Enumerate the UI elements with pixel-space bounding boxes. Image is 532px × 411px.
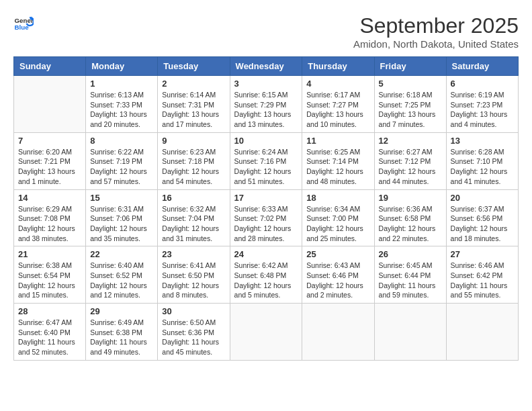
calendar-cell <box>446 304 518 361</box>
calendar-week-row: 1Sunrise: 6:13 AM Sunset: 7:33 PM Daylig… <box>14 76 519 133</box>
day-info: Sunrise: 6:49 AM Sunset: 6:38 PM Dayligh… <box>90 318 153 357</box>
day-number: 13 <box>451 136 514 146</box>
calendar-cell: 18Sunrise: 6:34 AM Sunset: 7:00 PM Dayli… <box>302 189 374 246</box>
day-info: Sunrise: 6:22 AM Sunset: 7:19 PM Dayligh… <box>90 147 153 187</box>
calendar-cell: 12Sunrise: 6:27 AM Sunset: 7:12 PM Dayli… <box>374 132 446 189</box>
day-number: 20 <box>451 193 514 203</box>
day-info: Sunrise: 6:20 AM Sunset: 7:21 PM Dayligh… <box>18 147 81 187</box>
calendar-cell: 11Sunrise: 6:25 AM Sunset: 7:14 PM Dayli… <box>302 132 374 189</box>
calendar-cell: 15Sunrise: 6:31 AM Sunset: 7:06 PM Dayli… <box>86 189 158 246</box>
day-info: Sunrise: 6:45 AM Sunset: 6:44 PM Dayligh… <box>379 261 442 300</box>
calendar-cell: 9Sunrise: 6:23 AM Sunset: 7:18 PM Daylig… <box>158 132 230 189</box>
day-number: 18 <box>306 193 369 203</box>
weekday-header-thursday: Thursday <box>302 57 374 76</box>
calendar-week-row: 21Sunrise: 6:38 AM Sunset: 6:54 PM Dayli… <box>14 246 519 304</box>
calendar-cell: 29Sunrise: 6:49 AM Sunset: 6:38 PM Dayli… <box>86 304 158 361</box>
day-number: 26 <box>379 249 442 259</box>
day-info: Sunrise: 6:43 AM Sunset: 6:46 PM Dayligh… <box>306 261 369 300</box>
calendar-cell: 1Sunrise: 6:13 AM Sunset: 7:33 PM Daylig… <box>86 76 158 133</box>
day-info: Sunrise: 6:32 AM Sunset: 7:04 PM Dayligh… <box>162 204 225 244</box>
day-number: 27 <box>451 249 514 259</box>
day-info: Sunrise: 6:41 AM Sunset: 6:50 PM Dayligh… <box>162 261 225 300</box>
calendar-cell: 17Sunrise: 6:33 AM Sunset: 7:02 PM Dayli… <box>230 189 302 246</box>
day-number: 2 <box>162 79 225 89</box>
month-title: September 2025 <box>353 13 519 38</box>
day-info: Sunrise: 6:15 AM Sunset: 7:29 PM Dayligh… <box>234 90 298 130</box>
page-header: General Blue September 2025 Amidon, Nort… <box>13 13 519 50</box>
day-info: Sunrise: 6:42 AM Sunset: 6:48 PM Dayligh… <box>234 261 298 300</box>
calendar-cell: 25Sunrise: 6:43 AM Sunset: 6:46 PM Dayli… <box>302 246 374 304</box>
logo: General Blue <box>13 13 34 34</box>
day-info: Sunrise: 6:38 AM Sunset: 6:54 PM Dayligh… <box>18 261 81 300</box>
day-info: Sunrise: 6:14 AM Sunset: 7:31 PM Dayligh… <box>162 90 225 130</box>
calendar-cell: 22Sunrise: 6:40 AM Sunset: 6:52 PM Dayli… <box>86 246 158 304</box>
day-info: Sunrise: 6:18 AM Sunset: 7:25 PM Dayligh… <box>379 90 442 130</box>
calendar-cell: 23Sunrise: 6:41 AM Sunset: 6:50 PM Dayli… <box>158 246 230 304</box>
day-info: Sunrise: 6:47 AM Sunset: 6:40 PM Dayligh… <box>18 318 81 357</box>
title-area: September 2025 Amidon, North Dakota, Uni… <box>353 13 519 50</box>
day-number: 22 <box>90 249 153 259</box>
calendar-cell: 7Sunrise: 6:20 AM Sunset: 7:21 PM Daylig… <box>14 132 86 189</box>
calendar-cell: 19Sunrise: 6:36 AM Sunset: 6:58 PM Dayli… <box>374 189 446 246</box>
calendar-cell: 5Sunrise: 6:18 AM Sunset: 7:25 PM Daylig… <box>374 76 446 133</box>
day-number: 5 <box>379 79 442 89</box>
calendar-table: SundayMondayTuesdayWednesdayThursdayFrid… <box>13 56 519 361</box>
day-number: 30 <box>162 306 225 316</box>
calendar-cell: 8Sunrise: 6:22 AM Sunset: 7:19 PM Daylig… <box>86 132 158 189</box>
calendar-cell: 20Sunrise: 6:37 AM Sunset: 6:56 PM Dayli… <box>446 189 518 246</box>
calendar-cell: 21Sunrise: 6:38 AM Sunset: 6:54 PM Dayli… <box>14 246 86 304</box>
weekday-header-saturday: Saturday <box>446 57 518 76</box>
day-info: Sunrise: 6:36 AM Sunset: 6:58 PM Dayligh… <box>379 204 442 244</box>
day-number: 7 <box>18 136 81 146</box>
day-info: Sunrise: 6:25 AM Sunset: 7:14 PM Dayligh… <box>306 147 369 187</box>
day-number: 9 <box>162 136 225 146</box>
day-info: Sunrise: 6:31 AM Sunset: 7:06 PM Dayligh… <box>90 204 153 244</box>
location-title: Amidon, North Dakota, United States <box>353 38 519 50</box>
day-number: 15 <box>90 193 153 203</box>
day-number: 23 <box>162 249 225 259</box>
calendar-cell: 3Sunrise: 6:15 AM Sunset: 7:29 PM Daylig… <box>230 76 302 133</box>
calendar-cell: 24Sunrise: 6:42 AM Sunset: 6:48 PM Dayli… <box>230 246 302 304</box>
day-info: Sunrise: 6:46 AM Sunset: 6:42 PM Dayligh… <box>451 261 514 300</box>
calendar-cell: 4Sunrise: 6:17 AM Sunset: 7:27 PM Daylig… <box>302 76 374 133</box>
calendar-body: 1Sunrise: 6:13 AM Sunset: 7:33 PM Daylig… <box>14 76 519 361</box>
day-info: Sunrise: 6:33 AM Sunset: 7:02 PM Dayligh… <box>234 204 298 244</box>
weekday-header-friday: Friday <box>374 57 446 76</box>
day-number: 11 <box>306 136 369 146</box>
calendar-week-row: 14Sunrise: 6:29 AM Sunset: 7:08 PM Dayli… <box>14 189 519 246</box>
day-number: 29 <box>90 306 153 316</box>
day-number: 12 <box>379 136 442 146</box>
calendar-cell: 10Sunrise: 6:24 AM Sunset: 7:16 PM Dayli… <box>230 132 302 189</box>
day-info: Sunrise: 6:27 AM Sunset: 7:12 PM Dayligh… <box>379 147 442 187</box>
weekday-header-tuesday: Tuesday <box>158 57 230 76</box>
calendar-cell <box>374 304 446 361</box>
day-info: Sunrise: 6:37 AM Sunset: 6:56 PM Dayligh… <box>451 204 514 244</box>
day-info: Sunrise: 6:13 AM Sunset: 7:33 PM Dayligh… <box>90 90 153 130</box>
calendar-week-row: 28Sunrise: 6:47 AM Sunset: 6:40 PM Dayli… <box>14 304 519 361</box>
calendar-cell: 16Sunrise: 6:32 AM Sunset: 7:04 PM Dayli… <box>158 189 230 246</box>
day-info: Sunrise: 6:40 AM Sunset: 6:52 PM Dayligh… <box>90 261 153 300</box>
day-info: Sunrise: 6:29 AM Sunset: 7:08 PM Dayligh… <box>18 204 81 244</box>
calendar-cell <box>230 304 302 361</box>
day-number: 10 <box>234 136 298 146</box>
day-number: 4 <box>306 79 369 89</box>
day-info: Sunrise: 6:28 AM Sunset: 7:10 PM Dayligh… <box>451 147 514 187</box>
calendar-cell <box>302 304 374 361</box>
weekday-header-sunday: Sunday <box>14 57 86 76</box>
calendar-header-row: SundayMondayTuesdayWednesdayThursdayFrid… <box>14 57 519 76</box>
weekday-header-wednesday: Wednesday <box>230 57 302 76</box>
calendar-cell: 28Sunrise: 6:47 AM Sunset: 6:40 PM Dayli… <box>14 304 86 361</box>
day-number: 1 <box>90 79 153 89</box>
calendar-cell: 6Sunrise: 6:19 AM Sunset: 7:23 PM Daylig… <box>446 76 518 133</box>
day-number: 6 <box>451 79 514 89</box>
day-number: 16 <box>162 193 225 203</box>
day-number: 17 <box>234 193 298 203</box>
day-info: Sunrise: 6:17 AM Sunset: 7:27 PM Dayligh… <box>306 90 369 130</box>
day-info: Sunrise: 6:23 AM Sunset: 7:18 PM Dayligh… <box>162 147 225 187</box>
logo-icon: General Blue <box>13 13 34 34</box>
day-number: 3 <box>234 79 298 89</box>
day-number: 28 <box>18 306 81 316</box>
day-info: Sunrise: 6:24 AM Sunset: 7:16 PM Dayligh… <box>234 147 298 187</box>
weekday-header-monday: Monday <box>86 57 158 76</box>
calendar-cell: 2Sunrise: 6:14 AM Sunset: 7:31 PM Daylig… <box>158 76 230 133</box>
